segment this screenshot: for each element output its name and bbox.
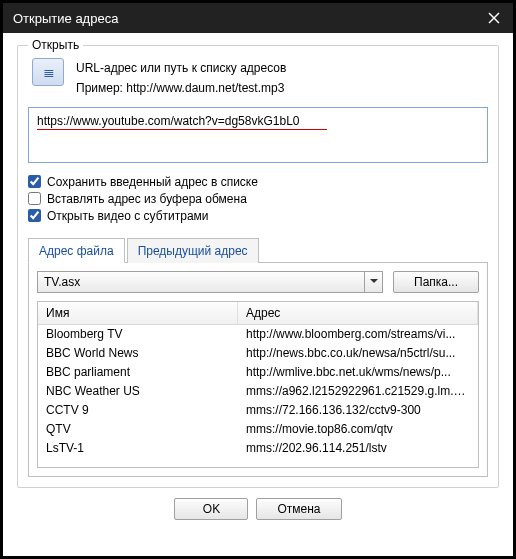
cell-name: CCTV 9 (38, 401, 238, 420)
cell-name: LsTV-1 (38, 439, 238, 458)
desc-line-2: Пример: http://www.daum.net/test.mp3 (76, 78, 286, 98)
table-row[interactable]: CCTV 9mms://72.166.136.132/cctv9-300 (38, 401, 478, 420)
file-combobox[interactable]: TV.asx (37, 271, 383, 293)
spellcheck-underline (37, 129, 327, 130)
desc-line-1: URL-адрес или путь к списку адресов (76, 58, 286, 78)
cell-address: http://news.bbc.co.uk/newsa/n5ctrl/su... (238, 344, 478, 363)
table-row[interactable]: Bloomberg TVhttp://www.bloomberg.com/str… (38, 325, 478, 344)
listview-body: Bloomberg TVhttp://www.bloomberg.com/str… (38, 325, 478, 458)
tab-previous-address[interactable]: Предыдущий адрес (127, 238, 259, 263)
window-title: Открытие адреса (13, 11, 118, 26)
ok-button[interactable]: OK (174, 498, 248, 520)
table-row[interactable]: BBC World Newshttp://news.bbc.co.uk/news… (38, 344, 478, 363)
cell-address: mms://a962.l2152922961.c21529.g.lm.ak... (238, 382, 478, 401)
description: URL-адрес или путь к списку адресов Прим… (76, 58, 286, 99)
titlebar: Открытие адреса (3, 3, 513, 33)
subtitles-checkbox[interactable] (28, 209, 41, 222)
cell-address: http://www.bloomberg.com/streams/vi... (238, 325, 478, 344)
column-name[interactable]: Имя (38, 302, 238, 324)
tab-panel: TV.asx Папка... Имя Адрес Bloomberg TVht… (28, 263, 488, 477)
folder-button[interactable]: Папка... (393, 271, 479, 293)
cell-address: mms://202.96.114.251/lstv (238, 439, 478, 458)
table-row[interactable]: NBC Weather USmms://a962.l2152922961.c21… (38, 382, 478, 401)
subtitles-label[interactable]: Открыть видео с субтитрами (47, 209, 209, 223)
table-row[interactable]: LsTV-1mms://202.96.114.251/lstv (38, 439, 478, 458)
cell-address: http://wmlive.bbc.net.uk/wms/news/p... (238, 363, 478, 382)
close-icon[interactable] (485, 9, 503, 27)
save-address-checkbox[interactable] (28, 175, 41, 188)
cell-name: BBC World News (38, 344, 238, 363)
dialog-content: Открыть ≣ URL-адрес или путь к списку ад… (3, 33, 513, 534)
url-textbox[interactable] (28, 107, 488, 163)
combobox-value: TV.asx (38, 272, 364, 292)
cell-name: Bloomberg TV (38, 325, 238, 344)
column-address[interactable]: Адрес (238, 302, 478, 324)
save-address-label[interactable]: Сохранить введенный адрес в списке (47, 175, 258, 189)
cell-name: QTV (38, 420, 238, 439)
url-input[interactable] (37, 114, 479, 128)
cancel-button[interactable]: Отмена (256, 498, 341, 520)
clipboard-label[interactable]: Вставлять адрес из буфера обмена (47, 192, 247, 206)
list-icon: ≣ (32, 58, 64, 86)
open-group: Открыть ≣ URL-адрес или путь к списку ад… (17, 45, 499, 488)
table-row[interactable]: BBC parliamenthttp://wmlive.bbc.net.uk/w… (38, 363, 478, 382)
address-listview: Имя Адрес Bloomberg TVhttp://www.bloombe… (37, 301, 479, 468)
group-legend: Открыть (28, 38, 83, 52)
clipboard-checkbox[interactable] (28, 192, 41, 205)
tabs: Адрес файла Предыдущий адрес (28, 237, 488, 263)
cell-address: mms://movie.top86.com/qtv (238, 420, 478, 439)
tab-file-address[interactable]: Адрес файла (28, 238, 125, 263)
dialog-footer: OK Отмена (17, 488, 499, 522)
listview-header: Имя Адрес (38, 302, 478, 325)
chevron-down-icon[interactable] (364, 272, 382, 292)
cell-name: BBC parliament (38, 363, 238, 382)
table-row[interactable]: QTVmms://movie.top86.com/qtv (38, 420, 478, 439)
cell-name: NBC Weather US (38, 382, 238, 401)
cell-address: mms://72.166.136.132/cctv9-300 (238, 401, 478, 420)
